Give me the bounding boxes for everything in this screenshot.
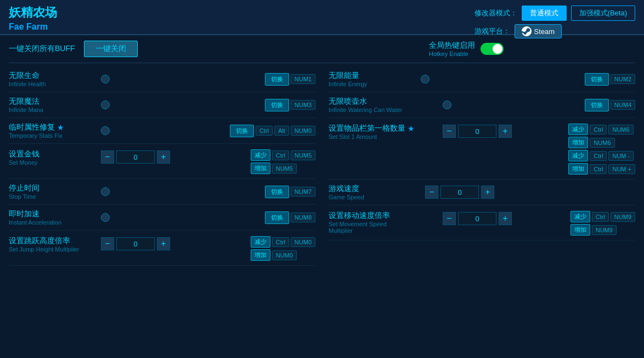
set-slot1-en: Set Slot 1 Amount (329, 133, 438, 140)
enhanced-mode-btn[interactable]: 加强模式(Beta) (571, 5, 635, 21)
set-money-inc-num5: NUM5 (272, 164, 297, 174)
game-speed-input[interactable] (440, 186, 479, 199)
set-slot1-dec1-ctrl: Ctrl (590, 125, 607, 135)
infinite-health-toggle[interactable] (101, 75, 110, 83)
infinite-water-key-action[interactable]: 切换 (585, 99, 609, 111)
set-jump-dec-num0: NUM0 (291, 237, 315, 247)
feature-game-speed: 游戏速度 Game Speed − + (329, 180, 635, 205)
feature-infinite-energy: 无限能量 Infinite Energy 切换 NUM2 (329, 66, 635, 92)
set-slot1-dec2-numminus: NUM - (608, 151, 634, 161)
mode-label: 修改器模式： (474, 8, 517, 18)
set-jump-inc-action[interactable]: 增加 (251, 249, 270, 261)
set-slot1-inc1-action[interactable]: 增加 (568, 137, 588, 148)
infinite-water-toggle[interactable] (443, 100, 451, 109)
temp-stats-star: ★ (57, 123, 64, 132)
game-speed-en: Game Speed (329, 194, 416, 200)
instant-accel-en: Instant Acceleration (9, 219, 97, 226)
hotkey-label-en: Hotkey Enable (429, 51, 475, 57)
temp-stats-key-alt: Alt (274, 126, 289, 136)
hotkey-toggle[interactable] (481, 43, 504, 55)
infinite-energy-key-num2: NUM2 (611, 74, 635, 84)
infinite-mana-toggle[interactable] (101, 100, 110, 109)
set-jump-en: Set Jump Height Multiplier (9, 246, 97, 253)
infinite-water-en: Infinite Watering Can Water (329, 107, 438, 113)
stop-time-cn: 停止时间 (9, 183, 97, 193)
stop-time-toggle[interactable] (101, 187, 110, 196)
infinite-health-en: Infinite Health (9, 81, 97, 87)
feature-set-money: 设置金钱 Set Money − + 减少 Ctrl NUM5 增加 (9, 144, 315, 179)
temp-stats-toggle[interactable] (101, 126, 110, 135)
set-move-dec-ctrl: Ctrl (592, 212, 609, 222)
instant-accel-cn: 即时加速 (9, 209, 97, 219)
infinite-mana-en: Infinite Mana (9, 107, 97, 113)
set-move-inc-num9: NUM9 (592, 225, 617, 235)
set-slot1-dec1-num6: NUM6 (608, 125, 633, 135)
set-jump-minus[interactable]: − (101, 237, 114, 250)
set-move-inc-action[interactable]: 增加 (570, 224, 590, 236)
feature-infinite-health: 无限生命 Infinite Health 切换 NUM1 (9, 66, 315, 92)
infinite-mana-key-action[interactable]: 切换 (265, 99, 289, 111)
hotkey-label-cn: 全局热键启用 (429, 41, 475, 51)
infinite-health-key-num1: NUM1 (291, 74, 315, 84)
instant-accel-toggle[interactable] (101, 213, 110, 222)
set-slot1-inc2-numplus: NUM + (608, 164, 635, 174)
set-money-dec-num5: NUM5 (291, 150, 315, 160)
infinite-energy-cn: 无限能量 (329, 71, 416, 81)
temp-stats-key-ctrl: Ctrl (256, 126, 273, 136)
infinite-health-key-action[interactable]: 切换 (265, 73, 289, 86)
temp-stats-key-num0: NUM0 (291, 126, 315, 136)
set-slot1-minus[interactable]: − (443, 125, 456, 138)
app-header: 妖精农场 Fae Farm 修改器模式： 普通模式 加强模式(Beta) 游戏平… (0, 0, 644, 35)
infinite-energy-key-action[interactable]: 切换 (585, 73, 609, 86)
temp-stats-en: Temporary Stats Fix (9, 132, 97, 139)
infinite-energy-toggle[interactable] (421, 75, 430, 83)
set-move-speed-plus[interactable]: + (499, 212, 512, 225)
set-money-en: Set Money (9, 159, 97, 166)
feature-stop-time: 停止时间 Stop Time 切换 NUM7 (9, 179, 315, 205)
set-money-minus[interactable]: − (101, 150, 114, 164)
set-money-plus[interactable]: + (157, 150, 170, 164)
infinite-health-cn: 无限生命 (9, 71, 97, 81)
set-move-speed-input[interactable] (458, 212, 496, 225)
temp-stats-cn: 临时属性修复 ★ (9, 122, 97, 132)
set-jump-input[interactable] (116, 237, 155, 250)
set-slot1-input[interactable] (458, 125, 496, 138)
set-slot1-plus[interactable]: + (499, 125, 512, 138)
set-money-input[interactable] (116, 150, 155, 164)
set-money-dec-action[interactable]: 减少 (251, 149, 270, 161)
set-slot1-inc2-ctrl: Ctrl (590, 164, 607, 174)
feature-infinite-mana: 无限魔法 Infinite Mana 切换 NUM3 (9, 92, 315, 118)
set-money-dec-ctrl: Ctrl (272, 150, 289, 160)
set-move-dec-action[interactable]: 减少 (570, 211, 590, 222)
set-move-speed-en: Set Movement Speed (329, 221, 438, 227)
set-slot1-dec2-action[interactable]: 减少 (568, 150, 588, 161)
set-slot1-inc2-action[interactable]: 增加 (568, 163, 588, 175)
set-jump-dec-action[interactable]: 减少 (251, 236, 270, 248)
feature-set-move-speed: 设置移动速度倍率 Set Movement Speed Multiplier −… (329, 205, 635, 240)
instant-accel-key-action[interactable]: 切换 (265, 211, 289, 224)
close-all-btn[interactable]: 一键关闭 (84, 41, 138, 57)
main-divider (9, 63, 635, 63)
infinite-water-cn: 无限喷壶水 (329, 97, 438, 107)
set-move-speed-cn: 设置移动速度倍率 (329, 211, 438, 221)
set-jump-plus[interactable]: + (157, 237, 170, 250)
stop-time-key-num7: NUM7 (291, 187, 315, 197)
infinite-water-key-num4: NUM4 (611, 100, 635, 110)
stop-time-en: Stop Time (9, 193, 97, 200)
close-all-label: 一键关闭所有BUFF (9, 44, 75, 54)
normal-mode-btn[interactable]: 普通模式 (522, 5, 567, 21)
stop-time-key-action[interactable]: 切换 (265, 186, 289, 198)
instant-accel-key-num8: NUM8 (291, 212, 315, 222)
temp-stats-key-action[interactable]: 切换 (230, 125, 254, 137)
set-move-speed-minus[interactable]: − (443, 212, 456, 225)
game-speed-minus[interactable]: − (425, 186, 438, 199)
game-speed-plus[interactable]: + (481, 186, 494, 199)
feature-temp-stats: 临时属性修复 ★ Temporary Stats Fix 切换 Ctrl Alt… (9, 118, 315, 144)
set-jump-inc-num0: NUM0 (272, 250, 297, 260)
set-slot1-cn: 设置物品栏第一格数量 ★ (329, 124, 438, 133)
set-slot1-dec1-action[interactable]: 减少 (568, 124, 588, 135)
set-money-inc-action[interactable]: 增加 (251, 163, 270, 174)
set-money-cn: 设置金钱 (9, 149, 97, 159)
set-move-dec-num9: NUM9 (611, 212, 635, 222)
feature-set-slot1: 设置物品栏第一格数量 ★ Set Slot 1 Amount − + 减少 Ct… (329, 118, 635, 180)
